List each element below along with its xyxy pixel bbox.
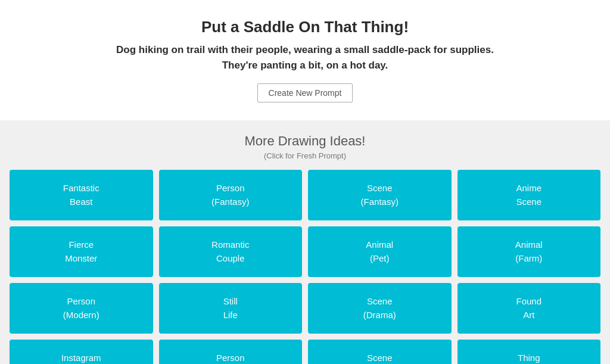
drawing-card-9[interactable]: StillLife	[159, 283, 303, 334]
subtitle-line2: They're panting a bit, on a hot day.	[222, 60, 388, 71]
drawing-card-13[interactable]: Person(History)	[159, 340, 303, 364]
drawing-card-1[interactable]: Person(Fantasy)	[159, 170, 303, 220]
main-title: Put a Saddle On That Thing!	[12, 18, 598, 36]
drawing-card-15[interactable]: Thing(Vehicle)	[458, 340, 601, 364]
drawing-card-7[interactable]: Animal(Farm)	[458, 226, 601, 277]
drawing-card-3[interactable]: AnimeScene	[458, 170, 601, 220]
drawing-card-6[interactable]: Animal(Pet)	[308, 226, 452, 277]
drawing-card-12[interactable]: InstagramPosers	[10, 340, 153, 364]
drawing-card-0[interactable]: FantasticBeast	[10, 170, 153, 220]
drawing-card-8[interactable]: Person(Modern)	[10, 283, 153, 334]
section-subtitle: (Click for Fresh Prompt)	[10, 151, 600, 160]
subtitle-line1: Dog hiking on trail with their people, w…	[116, 44, 494, 55]
subtitle: Dog hiking on trail with their people, w…	[12, 42, 598, 73]
cards-grid: FantasticBeastPerson(Fantasy)Scene(Fanta…	[10, 170, 600, 364]
drawing-card-14[interactable]: Scene(History)	[308, 340, 452, 364]
create-new-prompt-button[interactable]: Create New Prompt	[257, 83, 353, 102]
top-section: Put a Saddle On That Thing! Dog hiking o…	[0, 0, 610, 120]
drawing-card-4[interactable]: FierceMonster	[10, 226, 153, 277]
section-title: More Drawing Ideas!	[10, 133, 600, 149]
drawing-card-11[interactable]: FoundArt	[458, 283, 601, 334]
drawing-card-5[interactable]: RomanticCouple	[159, 226, 303, 277]
drawing-card-10[interactable]: Scene(Drama)	[308, 283, 452, 334]
bottom-section: More Drawing Ideas! (Click for Fresh Pro…	[0, 120, 610, 364]
drawing-card-2[interactable]: Scene(Fantasy)	[308, 170, 452, 220]
